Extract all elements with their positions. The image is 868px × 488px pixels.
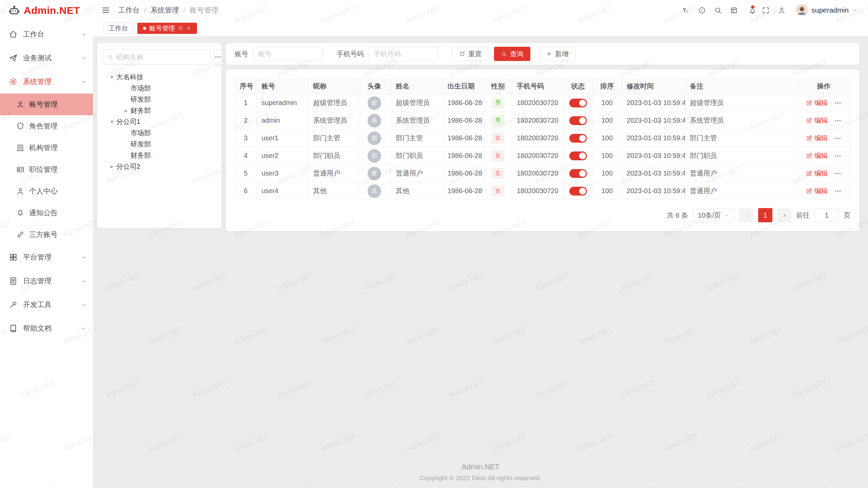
caret-right-icon[interactable]: ▸ bbox=[107, 163, 116, 170]
edit-button[interactable]: 编辑 bbox=[806, 186, 828, 196]
cell-action: 编辑 bbox=[797, 94, 850, 112]
breadcrumb-item[interactable]: 系统管理 bbox=[151, 5, 179, 15]
collapse-menu-icon[interactable] bbox=[101, 6, 110, 15]
sidebar-item-log-manage[interactable]: 日志管理 bbox=[0, 269, 93, 293]
tree-node-label: 市场部 bbox=[131, 128, 151, 138]
cell-modified: 2023-01-03 10:59:44 bbox=[622, 147, 685, 165]
edit-button[interactable]: 编辑 bbox=[806, 151, 828, 160]
tree-node[interactable]: ▾分公司1 bbox=[103, 116, 216, 127]
tree-node[interactable]: 市场部 bbox=[103, 83, 216, 94]
notification-bell-icon[interactable] bbox=[745, 6, 754, 15]
sidebar-item-business-test[interactable]: 业务测试 bbox=[0, 46, 93, 70]
sidebar-item-org-manage[interactable]: 机构管理 bbox=[0, 137, 93, 159]
refresh-icon[interactable] bbox=[178, 26, 183, 31]
tree-node[interactable]: ▸财务部 bbox=[103, 105, 216, 116]
grid-icon bbox=[9, 253, 18, 262]
reset-button[interactable]: 重置 bbox=[452, 47, 489, 61]
sidebar-item-system-manage[interactable]: 系统管理 bbox=[0, 70, 93, 94]
tree-node-label: 研发部 bbox=[131, 140, 151, 149]
tree-node[interactable]: 研发部 bbox=[103, 139, 216, 150]
status-toggle[interactable] bbox=[569, 151, 587, 160]
refresh-icon bbox=[459, 51, 465, 57]
row-more-button[interactable] bbox=[834, 117, 842, 124]
edit-button[interactable]: 编辑 bbox=[806, 98, 828, 107]
tab-workbench[interactable]: 工作台 bbox=[103, 23, 134, 34]
user-menu[interactable]: superadmin bbox=[796, 4, 858, 16]
sidebar-item-notice[interactable]: 通知公告 bbox=[0, 202, 93, 224]
org-search-input[interactable] bbox=[116, 53, 206, 61]
font-size-icon[interactable]: Tt bbox=[682, 6, 690, 15]
status-toggle[interactable] bbox=[569, 187, 587, 196]
tree-node[interactable]: 研发部 bbox=[103, 94, 216, 105]
brand-logo[interactable]: Admin.NET bbox=[0, 0, 93, 21]
pagination-total: 共 6 条 bbox=[667, 211, 688, 220]
tree-node-label: 大名科技 bbox=[116, 73, 143, 82]
row-more-button[interactable] bbox=[834, 135, 842, 142]
search-icon[interactable] bbox=[713, 6, 722, 15]
table-row: 3user1部门主管部部门主管1986-06-28女18020030720100… bbox=[235, 129, 850, 147]
add-button[interactable]: 新增 bbox=[539, 47, 575, 61]
tree-node[interactable]: 财务部 bbox=[103, 150, 216, 161]
sidebar-item-help-docs[interactable]: 帮助文档 bbox=[0, 317, 93, 340]
cell-nickname: 超级管理员 bbox=[308, 94, 358, 112]
edit-button[interactable]: 编辑 bbox=[806, 116, 828, 125]
tree-node[interactable]: ▾大名科技 bbox=[103, 72, 216, 83]
language-icon[interactable] bbox=[697, 6, 706, 15]
phone-input[interactable] bbox=[369, 47, 438, 61]
edit-button[interactable]: 编辑 bbox=[806, 169, 828, 178]
table-row: 1superadmin超级管理员超超级管理员1986-06-28男1802003… bbox=[235, 94, 850, 112]
sidebar-item-platform-manage[interactable]: 平台管理 bbox=[0, 245, 93, 269]
column-header-sort: 排序 bbox=[592, 79, 622, 94]
close-icon[interactable] bbox=[186, 26, 191, 31]
cell-account: user1 bbox=[257, 129, 308, 147]
tab-account-manage[interactable]: 账号管理 bbox=[137, 23, 197, 34]
filter-bar: 账号 手机号码 重置 查询 新增 bbox=[226, 43, 859, 65]
caret-down-icon[interactable]: ▾ bbox=[107, 74, 116, 81]
sidebar-item-label: 个人中心 bbox=[29, 186, 87, 196]
caret-right-icon[interactable]: ▸ bbox=[122, 107, 131, 114]
tree-node[interactable]: ▸分公司2 bbox=[103, 161, 216, 172]
row-more-button[interactable] bbox=[834, 187, 842, 195]
goto-page-input[interactable] bbox=[814, 208, 839, 222]
sidebar-item-workbench[interactable]: 工作台 bbox=[0, 22, 93, 46]
theme-icon[interactable] bbox=[729, 6, 738, 15]
status-toggle[interactable] bbox=[569, 134, 587, 143]
sidebar-item-personal-center[interactable]: 个人中心 bbox=[0, 180, 93, 202]
caret-down-icon[interactable]: ▾ bbox=[107, 118, 116, 125]
status-toggle[interactable] bbox=[569, 99, 587, 107]
cell-sort: 100 bbox=[592, 129, 622, 147]
status-toggle[interactable] bbox=[569, 116, 587, 125]
column-header-birth: 出生日期 bbox=[442, 79, 484, 94]
chevron-down-icon bbox=[80, 278, 87, 284]
edit-button[interactable]: 编辑 bbox=[806, 134, 828, 143]
shield-icon bbox=[16, 122, 24, 130]
row-more-button[interactable] bbox=[834, 170, 842, 177]
page-size-select[interactable]: 10条/页 bbox=[693, 208, 734, 222]
prev-page-button[interactable] bbox=[739, 208, 753, 222]
table-row: 5user3普通用户普普通用户1986-06-28女18020030720100… bbox=[235, 165, 850, 182]
cell-index: 6 bbox=[235, 182, 257, 200]
status-toggle[interactable] bbox=[569, 169, 587, 178]
fullscreen-icon[interactable] bbox=[761, 6, 770, 15]
page-number-button[interactable]: 1 bbox=[758, 208, 772, 222]
cell-phone: 18020030720 bbox=[512, 112, 564, 129]
sidebar-item-dev-tools[interactable]: 开发工具 bbox=[0, 293, 93, 317]
sidebar-item-role-manage[interactable]: 角色管理 bbox=[0, 115, 93, 137]
sidebar-item-position-manage[interactable]: 职位管理 bbox=[0, 159, 93, 180]
cell-account: superadmin bbox=[257, 94, 308, 112]
query-button[interactable]: 查询 bbox=[494, 47, 530, 61]
column-header-remark: 备注 bbox=[685, 79, 797, 94]
sidebar-item-account-manage[interactable]: 账号管理 bbox=[0, 94, 93, 115]
column-header-avatar: 头像 bbox=[358, 79, 391, 94]
row-more-button[interactable] bbox=[834, 99, 842, 107]
tree-node[interactable]: 市场部 bbox=[103, 127, 216, 139]
next-page-button[interactable] bbox=[777, 208, 791, 222]
gender-badge: 女 bbox=[491, 150, 505, 161]
sidebar-item-third-account[interactable]: 三方账号 bbox=[0, 224, 93, 245]
tree-more-button[interactable] bbox=[214, 49, 222, 65]
profile-icon[interactable] bbox=[777, 6, 786, 15]
row-more-button[interactable] bbox=[834, 152, 842, 160]
breadcrumb-item[interactable]: 工作台 bbox=[118, 5, 140, 15]
account-input[interactable] bbox=[253, 47, 322, 61]
person-icon bbox=[16, 100, 24, 108]
